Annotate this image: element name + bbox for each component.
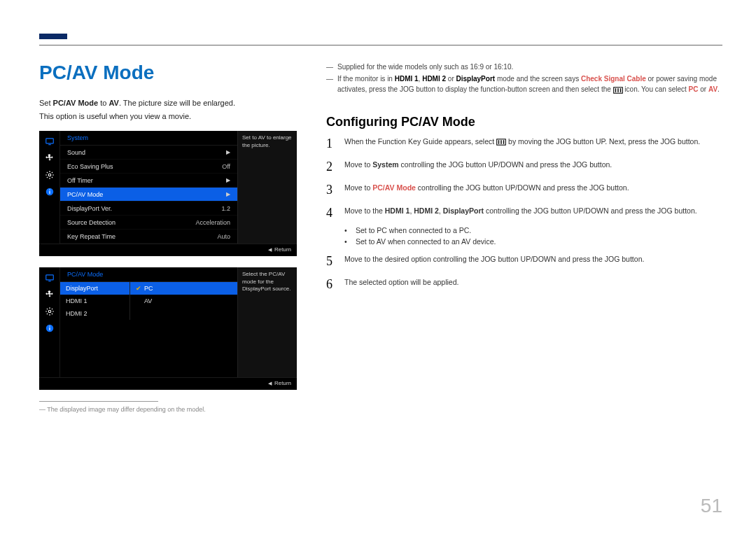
chevron-left-icon: ◀ xyxy=(268,247,272,252)
n2-r2: PC xyxy=(689,85,699,93)
steps-list: 1 When the Function Key Guide appears, s… xyxy=(326,136,722,292)
svg-point-8 xyxy=(48,311,51,314)
intro-l1-b2: AV xyxy=(108,99,118,107)
osd2-return-label[interactable]: Return xyxy=(274,380,291,386)
n2-or: or xyxy=(698,85,708,93)
osd1-row-offtimer[interactable]: Off Timer▶ xyxy=(60,174,237,188)
osd2-footer: ◀Return xyxy=(39,377,297,390)
s4-post: controlling the JOG button UP/DOWN and p… xyxy=(484,206,697,215)
step-body: Move to the HDMI 1, HDMI 2, DisplayPort … xyxy=(344,206,722,217)
header-rule xyxy=(39,45,722,45)
svg-rect-15 xyxy=(620,88,620,92)
step-5: 5 Move to the desired option controlling… xyxy=(326,254,722,269)
s4-b2: HDMI 2 xyxy=(414,206,439,215)
osd1-hint: Set to AV to enlarge the picture. xyxy=(237,131,297,244)
n2-r3: AV xyxy=(708,85,718,93)
osd1-row-sourcedet[interactable]: Source DetectionAcceleration xyxy=(60,216,237,230)
osd1-row-label: DisplayPort Ver. xyxy=(67,205,221,212)
svg-rect-17 xyxy=(498,141,499,145)
step-body: When the Function Key Guide appears, sel… xyxy=(344,136,722,148)
svg-rect-6 xyxy=(46,275,53,280)
right-column: ― Supplied for the wide models only such… xyxy=(326,62,722,413)
sb2-post: when connected to an AV device. xyxy=(386,237,496,246)
s2-post: controlling the JOG button UP/DOWN and p… xyxy=(399,160,612,169)
footnote-text: The displayed image may differ depending… xyxy=(47,406,205,413)
step-number: 5 xyxy=(326,254,336,269)
osd1-row-label: PC/AV Mode xyxy=(67,191,223,198)
n2-pre: If the monitor is in xyxy=(337,75,395,83)
sb2-r: AV xyxy=(377,237,386,246)
svg-rect-14 xyxy=(617,88,618,92)
osd2-value-label: AV xyxy=(144,297,152,304)
bullet-pc: • Set to PC when connected to a PC. xyxy=(344,226,722,234)
intro-l2: This option is useful when you view a mo… xyxy=(39,110,305,123)
step-number: 6 xyxy=(326,277,336,292)
svg-rect-5 xyxy=(49,190,50,190)
left-column: PC/AV Mode Set PC/AV Mode to AV. The pic… xyxy=(39,62,305,413)
svg-rect-11 xyxy=(49,326,50,327)
step-4-bullets: • Set to PC when connected to a PC. • Se… xyxy=(344,226,722,246)
osd1-row-label: Eco Saving Plus xyxy=(67,163,222,170)
osd-nav-icons xyxy=(39,267,60,377)
osd2-value-av[interactable]: AV xyxy=(130,295,237,307)
osd2-source-hdmi2[interactable]: HDMI 2 xyxy=(60,307,130,320)
step-number: 2 xyxy=(326,160,336,174)
osd1-row-value: Off xyxy=(222,163,230,170)
left-footnote: ― The displayed image may differ dependi… xyxy=(39,406,305,413)
step-2: 2 Move to System controlling the JOG but… xyxy=(326,160,722,174)
osd1-row-value: 1.2 xyxy=(221,205,230,212)
menu-icon xyxy=(496,136,506,148)
chevron-left-icon: ◀ xyxy=(268,381,272,386)
osd1-row-sound[interactable]: Sound▶ xyxy=(60,146,237,160)
footnote-rule xyxy=(39,401,158,402)
info-icon xyxy=(43,185,56,198)
osd2-source-dp[interactable]: DisplayPort xyxy=(60,282,130,295)
osd-pcav-submenu: PC/AV Mode DisplayPort HDMI 1 HDMI 2 ✔PC… xyxy=(39,267,297,390)
osd1-row-label: Source Detection xyxy=(67,219,195,226)
svg-rect-18 xyxy=(500,141,501,145)
step-body: Move to System controlling the JOG butto… xyxy=(344,160,722,171)
n2-end: . xyxy=(718,85,720,93)
osd2-value-pc[interactable]: ✔PC xyxy=(130,282,237,295)
monitor-icon xyxy=(43,135,56,148)
step-body: The selected option will be applied. xyxy=(344,277,722,288)
intro-l1-b1: PC/AV Mode xyxy=(53,99,99,107)
n2-mid3: icon. You can select xyxy=(623,85,689,93)
intro-l1-mid: to xyxy=(98,99,108,107)
osd1-row-dpver[interactable]: DisplayPort Ver.1.2 xyxy=(60,202,237,216)
s1-pre: When the Function Key Guide appears, sel… xyxy=(344,137,496,146)
n2-b3: DisplayPort xyxy=(456,75,496,83)
bullet-dot: • xyxy=(344,237,350,246)
intro-l1-pre: Set xyxy=(39,99,53,107)
osd1-row-eco[interactable]: Eco Saving PlusOff xyxy=(60,160,237,174)
step-body: Move to PC/AV Mode controlling the JOG b… xyxy=(344,183,722,194)
note-1: ― Supplied for the wide models only such… xyxy=(326,62,722,72)
step-number: 1 xyxy=(326,136,336,151)
n2-b2: HDMI 2 xyxy=(422,75,446,83)
check-icon: ✔ xyxy=(136,285,141,292)
s4-b3: DisplayPort xyxy=(443,206,484,215)
svg-rect-13 xyxy=(615,88,615,92)
osd1-row-value: Acceleration xyxy=(195,219,230,226)
note-dash: ― xyxy=(326,73,333,95)
bullet-av: • Set to AV when connected to an AV devi… xyxy=(344,237,722,246)
step-body: Move to the desired option controlling t… xyxy=(344,254,722,265)
osd1-return-label[interactable]: Return xyxy=(274,246,291,253)
step-number: 3 xyxy=(326,183,336,197)
move-icon xyxy=(43,152,56,164)
intro-l1-post: . The picture size will be enlarged. xyxy=(119,99,235,107)
note-2-text: If the monitor is in HDMI 1, HDMI 2 or D… xyxy=(337,73,722,95)
osd2-source-hdmi1[interactable]: HDMI 1 xyxy=(60,295,130,307)
step-number: 4 xyxy=(326,206,336,220)
chevron-right-icon: ▶ xyxy=(226,177,230,183)
right-notes: ― Supplied for the wide models only such… xyxy=(326,62,722,95)
osd-nav-icons xyxy=(39,131,60,244)
sb1-r: PC xyxy=(377,226,387,234)
svg-rect-7 xyxy=(48,281,51,281)
osd1-row-keyrepeat[interactable]: Key Repeat TimeAuto xyxy=(60,230,237,244)
s4-b1: HDMI 1 xyxy=(385,206,410,215)
osd1-row-label: Sound xyxy=(67,149,223,156)
monitor-icon xyxy=(43,272,56,284)
osd1-row-pcav[interactable]: PC/AV Mode▶ xyxy=(60,188,237,202)
step-4: 4 Move to the HDMI 1, HDMI 2, DisplayPor… xyxy=(326,206,722,220)
